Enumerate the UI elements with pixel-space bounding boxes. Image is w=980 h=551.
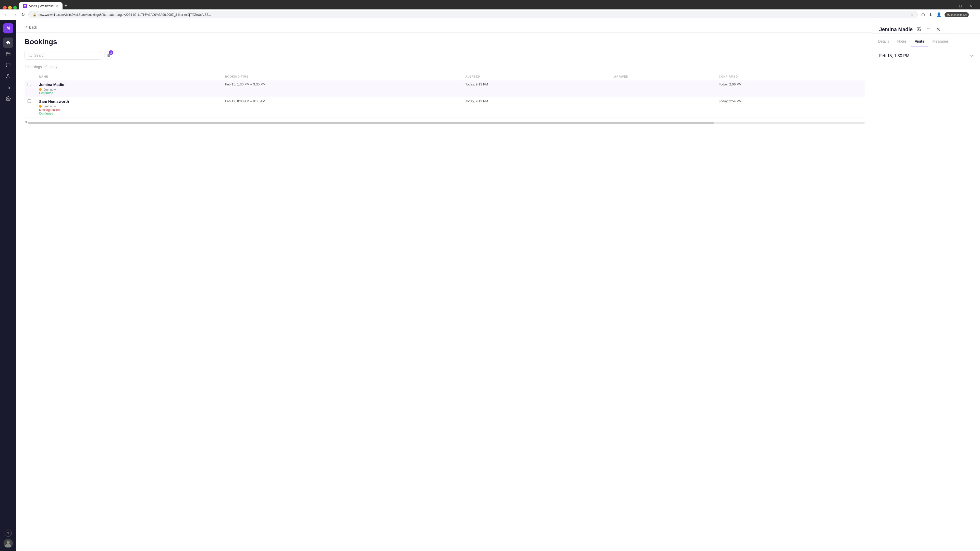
panel-close-btn[interactable]: ✕ <box>935 25 942 33</box>
row-checkbox-1[interactable] <box>27 83 31 86</box>
nav-refresh-btn[interactable]: ↻ <box>21 11 26 18</box>
window-close[interactable]: ✕ <box>966 2 977 10</box>
confirmed-2: Today, 2:54 PM <box>716 97 865 118</box>
sidebar-item-calendar[interactable] <box>3 49 13 59</box>
page-title: Bookings <box>24 38 865 46</box>
address-bar[interactable]: 🔒 new.waitwhile.com/visits?visitState=bo… <box>28 11 918 18</box>
svg-point-19 <box>927 28 928 29</box>
table-row[interactable]: Jemina Madie Just now Confirmed Feb 15, … <box>24 80 865 97</box>
confirmed-1: Today, 2:06 PM <box>716 80 865 97</box>
incognito-badge: 🕵 Incognito (2) <box>945 12 969 17</box>
tab-details[interactable]: Details <box>874 37 893 46</box>
svg-point-10 <box>6 541 10 544</box>
tab-messages[interactable]: Messages <box>928 37 953 46</box>
svg-line-12 <box>31 56 32 57</box>
status-time-1: Just now <box>44 88 56 91</box>
bookmark-icon[interactable]: ☆ <box>910 13 913 17</box>
visit-date-row[interactable]: Feb 15, 1:30 PM <box>879 52 974 60</box>
incognito-label: Incognito (2) <box>951 13 967 16</box>
tab-favicon: M <box>23 4 27 8</box>
scroll-left-btn[interactable]: ◀ <box>24 120 27 124</box>
window-maximize[interactable]: □ <box>956 2 966 10</box>
content-area: Bookings 2 2 bookings left today <box>16 33 873 551</box>
search-row: 2 <box>24 51 865 60</box>
col-confirmed: CONFIRMED <box>716 73 865 80</box>
customer-name-1: Jemina Madie <box>39 83 219 87</box>
visit-date: Feb 15, 1:30 PM <box>879 54 909 58</box>
tab-close-btn[interactable]: ✕ <box>56 4 59 8</box>
browser-close-btn[interactable] <box>3 6 6 10</box>
sidebar-item-chat[interactable] <box>3 60 13 70</box>
search-icon <box>28 53 32 57</box>
incognito-icon: 🕵 <box>947 13 950 16</box>
col-alerted: ALERTED <box>462 73 611 80</box>
panel-tabs: Details Notes Visits Messages <box>873 37 980 46</box>
search-input[interactable] <box>34 53 97 57</box>
panel-edit-btn[interactable] <box>916 25 922 33</box>
svg-point-21 <box>930 28 931 29</box>
status-confirmed-2: Confirmed <box>39 112 219 115</box>
download-btn[interactable]: ⬇ <box>928 11 933 18</box>
svg-point-8 <box>8 98 9 100</box>
panel-title: Jemina Madie <box>879 27 913 32</box>
nav-back-btn[interactable]: ← <box>3 11 9 18</box>
profile-btn[interactable]: 👤 <box>935 11 942 18</box>
status-dot-2 <box>39 105 41 108</box>
bookings-table: NAME BOOKING TIME ALERTED ARRIVED CONFIR… <box>24 73 865 118</box>
tab-title: Visits | Waitwhile <box>29 4 54 8</box>
search-wrap <box>24 51 101 60</box>
right-panel: Jemina Madie ✕ Details Notes Visits Mess… <box>873 20 980 551</box>
new-tab-button[interactable]: + <box>62 2 69 10</box>
tab-visits[interactable]: Visits <box>911 37 928 46</box>
lock-icon: 🔒 <box>33 13 37 17</box>
window-minimize[interactable]: ─ <box>945 2 956 10</box>
booking-time-2: Feb 19, 8:00 AM – 8:30 AM <box>222 97 462 118</box>
tab-notes[interactable]: Notes <box>893 37 911 46</box>
panel-more-btn[interactable] <box>925 25 932 33</box>
url-text: new.waitwhile.com/visits?visitState=book… <box>38 13 908 17</box>
col-booking-time: BOOKING TIME <box>222 73 462 80</box>
customer-name-2: Sam Hemsworth <box>39 99 219 103</box>
nav-forward-btn[interactable]: → <box>12 11 18 18</box>
sidebar-item-users[interactable] <box>3 71 13 81</box>
main-content: Back Bookings 2 2 bookings left today <box>16 20 873 551</box>
row-checkbox-2[interactable] <box>27 100 31 103</box>
col-arrived: ARRIVED <box>611 73 716 80</box>
sidebar-item-settings[interactable] <box>3 94 13 104</box>
status-dot-1 <box>39 88 41 91</box>
sidebar-user-avatar[interactable] <box>3 539 13 548</box>
browser-max-btn[interactable] <box>13 6 17 10</box>
chevron-down-icon <box>969 54 974 58</box>
filter-badge-wrap[interactable]: 2 <box>104 51 112 59</box>
extensions-btn[interactable]: ⬡ <box>920 11 926 18</box>
back-label: Back <box>29 25 37 29</box>
status-confirmed-1: Confirmed <box>39 91 219 95</box>
alerted-2: Today, 9:13 PM <box>462 97 611 118</box>
arrived-2 <box>611 97 716 118</box>
status-time-2: Just now <box>44 105 56 108</box>
arrived-1 <box>611 80 716 97</box>
panel-content: Feb 15, 1:30 PM <box>873 46 980 551</box>
sidebar-item-home[interactable] <box>3 38 13 48</box>
table-row[interactable]: Sam Hemsworth Just now Message failed Co… <box>24 97 865 118</box>
back-button[interactable]: Back <box>24 25 37 29</box>
scrollbar-thumb <box>28 122 714 124</box>
bookings-info: 2 bookings left today <box>24 65 865 69</box>
alerted-1: Today, 9:13 PM <box>462 80 611 97</box>
svg-point-20 <box>928 28 929 29</box>
sidebar-logo[interactable]: M <box>3 23 13 33</box>
message-failed-2: Message failed <box>39 108 219 112</box>
menu-btn[interactable]: ⋮ <box>971 11 977 18</box>
bookings-table-container: NAME BOOKING TIME ALERTED ARRIVED CONFIR… <box>24 73 865 126</box>
svg-rect-0 <box>6 52 10 56</box>
booking-time-1: Feb 15, 1:30 PM – 3:30 PM <box>222 80 462 97</box>
left-sidebar: M ? <box>0 20 16 551</box>
active-tab[interactable]: M Visits | Waitwhile ✕ <box>19 2 62 10</box>
sidebar-item-analytics[interactable] <box>3 83 13 93</box>
browser-min-btn[interactable] <box>8 6 12 10</box>
col-name: NAME <box>36 73 222 80</box>
svg-point-4 <box>7 75 9 76</box>
scrollbar-track[interactable] <box>28 122 865 124</box>
page-header: Back <box>16 20 873 33</box>
sidebar-help-btn[interactable]: ? <box>5 530 12 537</box>
